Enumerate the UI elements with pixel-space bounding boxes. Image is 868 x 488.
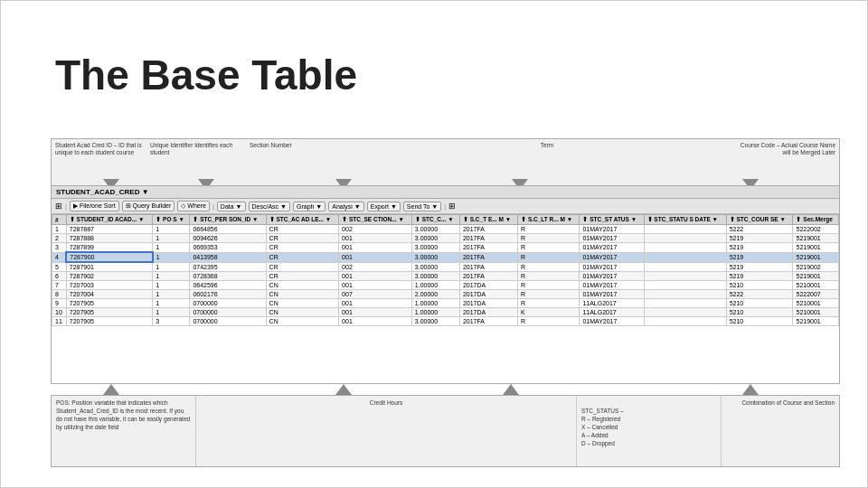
table-cell: 5222 <box>726 225 793 234</box>
table-cell: 01MAY2017 <box>580 225 644 234</box>
table-cell: CR <box>266 243 338 253</box>
table-cell: 5219001 <box>793 272 839 281</box>
table-cell: R <box>518 272 580 281</box>
table-cell: 1 <box>153 252 190 262</box>
table-cell: 0664856 <box>190 225 266 234</box>
table-row[interactable]: 8720700410602176CN0072.000002017DAR01MAY… <box>52 290 839 299</box>
col-cred[interactable]: ⬆ STC_C... ▼ <box>411 215 459 225</box>
table-row[interactable]: 5728790110742395CR0023.000002017FAR01MAY… <box>52 262 839 272</box>
where-button[interactable]: ◇ Where <box>177 201 210 211</box>
descasc-button[interactable]: Desc/Asc ▼ <box>249 202 290 211</box>
table-cell: 001 <box>339 234 412 243</box>
table-cell: 5222007 <box>793 290 839 299</box>
table-cell: 2017FA <box>459 317 517 326</box>
table-row[interactable]: 9720790510700000CN0011.000002017DAR11ALG… <box>52 299 839 308</box>
ann-course-code: Course Code – Actual Course Name will be… <box>731 142 839 157</box>
arrow-up-3 <box>503 384 519 395</box>
table-cell: 001 <box>339 252 412 262</box>
table-cell <box>644 317 726 326</box>
table-cell: 2017FA <box>459 262 517 272</box>
table-row[interactable]: 6728790210728368CR0013.000002017FAR01MAY… <box>52 272 839 281</box>
table-cell <box>644 308 726 317</box>
table-cell <box>644 281 726 290</box>
col-term[interactable]: ⬆ S.C_T E... M ▼ <box>459 215 517 225</box>
col-course[interactable]: ⬆ STC_COUR SE ▼ <box>726 215 793 225</box>
sendto-button[interactable]: Send To ▼ <box>403 202 441 211</box>
table-cell: 5 <box>52 262 67 272</box>
table-cell: CN <box>266 317 338 326</box>
ann-combination: Combination of Course and Section <box>722 396 839 466</box>
table-row[interactable]: 11720790530700000CN0013.000002017FAR01MA… <box>52 317 839 326</box>
col-status-date[interactable]: ⬆ STC_STATU S DATE ▼ <box>644 215 726 225</box>
graph-button[interactable]: Graph ▼ <box>293 202 326 211</box>
table-row[interactable]: 1728788710664856CR0023.000002017FAR01MAY… <box>52 225 839 234</box>
table-cell: 1 <box>153 225 190 234</box>
query-builder-button[interactable]: ⊞ Query Builder <box>122 201 175 211</box>
col-person-id[interactable]: ⬆ STC_PER SON_ID ▼ <box>190 215 266 225</box>
table-cell: 5210 <box>726 317 793 326</box>
table-header-row: # ⬆ STUDENT_ID ACAD... ▼ ⬆ PO S ▼ ⬆ STC_… <box>52 215 839 225</box>
table-cell: CN <box>266 308 338 317</box>
table-cell: 1 <box>153 243 190 253</box>
table-cell: 7207003 <box>66 281 153 290</box>
table-cell: 7207004 <box>66 290 153 299</box>
table-cell: 3.00000 <box>411 262 459 272</box>
col-acad-level[interactable]: ⬆ STC_AC AD LE... ▼ <box>266 215 338 225</box>
table-cell <box>644 290 726 299</box>
table-cell: 5210001 <box>793 281 839 290</box>
filter-row[interactable]: STUDENT_ACAD_CRED ▼ <box>52 186 839 199</box>
table-cell <box>644 272 726 281</box>
table-cell <box>644 243 726 253</box>
data-button[interactable]: Data ▼ <box>217 202 246 211</box>
table-cell: R <box>518 281 580 290</box>
col-student-id[interactable]: ⬆ STUDENT_ID ACAD... ▼ <box>66 215 153 225</box>
table-cell: 2017FA <box>459 252 517 262</box>
bottom-annotation-bar: POS: Position variable that indicates wh… <box>51 395 840 467</box>
table-cell: 001 <box>339 281 412 290</box>
ann-credit-hours: Credit Hours <box>196 396 577 466</box>
table-cell: 5219 <box>726 234 793 243</box>
filter-sort-button[interactable]: ▶ File/one Sort <box>70 201 119 211</box>
table-cell: 7287887 <box>66 225 153 234</box>
col-section[interactable]: ⬆ STC_SE CTION... ▼ <box>339 215 412 225</box>
toolbar-grid-icon: ⊞ <box>55 202 62 211</box>
toolbar-sep2: | <box>212 202 214 211</box>
export-button[interactable]: Export ▼ <box>367 202 401 211</box>
table-cell: 0413958 <box>190 252 266 262</box>
table-cell: 11ALG2017 <box>580 299 644 308</box>
table-cell: 7287900 <box>66 252 153 262</box>
arrow-up-2 <box>335 384 352 395</box>
table-cell: R <box>518 262 580 272</box>
table-cell: 5222 <box>726 290 793 299</box>
col-sec-merge[interactable]: ⬆ Sec.Merge <box>793 215 839 225</box>
table-row[interactable]: 2728788810094626CR0013.000002017FAR01MAY… <box>52 234 839 243</box>
col-pos[interactable]: ⬆ PO S ▼ <box>153 215 190 225</box>
table-cell: CR <box>266 225 338 234</box>
table-cell: R <box>518 290 580 299</box>
table-row[interactable]: 4728790010413958CR0013.000002017FAR01MAY… <box>52 252 839 262</box>
table-cell: CN <box>266 299 338 308</box>
col-status[interactable]: ⬆ STC_ST ATUS ▼ <box>580 215 644 225</box>
ann-student-id: Student Acad Cred ID – ID that is unique… <box>52 142 146 157</box>
table-cell: 5210001 <box>793 299 839 308</box>
table-cell: R <box>518 225 580 234</box>
table-cell: 01MAY2017 <box>580 234 644 243</box>
table-cell: 0728368 <box>190 272 266 281</box>
table-cell: 4 <box>52 252 67 262</box>
table-cell: 002 <box>339 262 412 272</box>
table-row[interactable]: 3728789910669353CR0013.000002017FAR01MAY… <box>52 243 839 253</box>
filter-label[interactable]: STUDENT_ACAD_CRED ▼ <box>56 188 149 196</box>
table-cell: 3 <box>153 317 190 326</box>
analysis-button[interactable]: Analysi ▼ <box>328 202 363 211</box>
col-ltr-grade[interactable]: ⬆ S.C_LT R... M ▼ <box>518 215 580 225</box>
table-cell: 8 <box>52 290 67 299</box>
table-cell: K <box>518 308 580 317</box>
table-cell: 5210 <box>726 299 793 308</box>
table-cell: 3.00000 <box>411 252 459 262</box>
table-row[interactable]: 10720790510700000CN0011.000002017DAK11AL… <box>52 308 839 317</box>
table-cell: 7207905 <box>66 299 153 308</box>
table-row[interactable]: 7720700310642596CN0011.000002017DAR01MAY… <box>52 281 839 290</box>
table-cell: 002 <box>339 225 412 234</box>
table-cell: 9 <box>52 299 67 308</box>
table-cell: 2017DA <box>459 281 517 290</box>
